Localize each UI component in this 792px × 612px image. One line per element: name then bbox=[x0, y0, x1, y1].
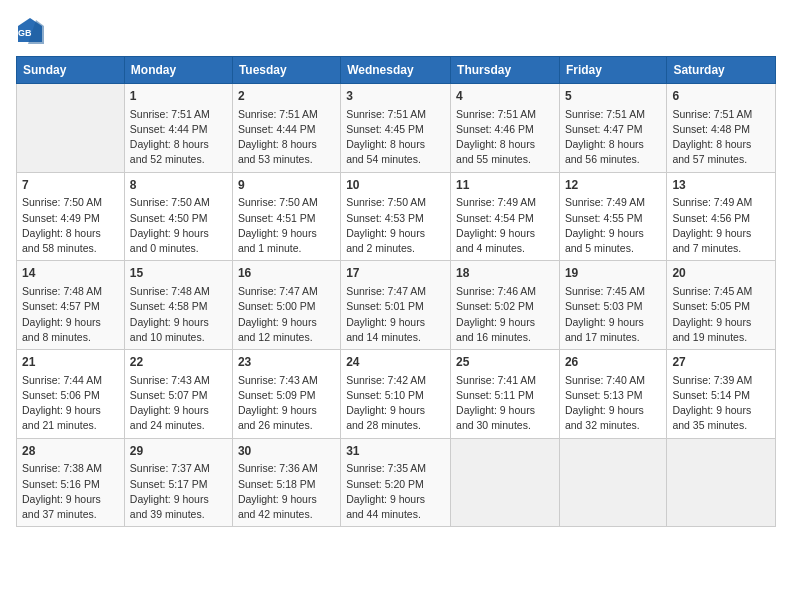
day-number: 12 bbox=[565, 177, 661, 194]
day-cell: 25Sunrise: 7:41 AM Sunset: 5:11 PM Dayli… bbox=[451, 350, 560, 439]
day-info: Sunrise: 7:48 AM Sunset: 4:58 PM Dayligh… bbox=[130, 284, 227, 345]
day-cell: 3Sunrise: 7:51 AM Sunset: 4:45 PM Daylig… bbox=[341, 84, 451, 173]
day-cell: 7Sunrise: 7:50 AM Sunset: 4:49 PM Daylig… bbox=[17, 172, 125, 261]
week-row-4: 21Sunrise: 7:44 AM Sunset: 5:06 PM Dayli… bbox=[17, 350, 776, 439]
calendar-table: SundayMondayTuesdayWednesdayThursdayFrid… bbox=[16, 56, 776, 527]
day-info: Sunrise: 7:43 AM Sunset: 5:09 PM Dayligh… bbox=[238, 373, 335, 434]
day-info: Sunrise: 7:51 AM Sunset: 4:48 PM Dayligh… bbox=[672, 107, 770, 168]
day-cell: 14Sunrise: 7:48 AM Sunset: 4:57 PM Dayli… bbox=[17, 261, 125, 350]
day-cell bbox=[667, 438, 776, 527]
svg-text:GB: GB bbox=[18, 28, 32, 38]
day-number: 5 bbox=[565, 88, 661, 105]
day-number: 25 bbox=[456, 354, 554, 371]
day-cell: 2Sunrise: 7:51 AM Sunset: 4:44 PM Daylig… bbox=[232, 84, 340, 173]
header-row: SundayMondayTuesdayWednesdayThursdayFrid… bbox=[17, 57, 776, 84]
day-info: Sunrise: 7:51 AM Sunset: 4:46 PM Dayligh… bbox=[456, 107, 554, 168]
day-number: 10 bbox=[346, 177, 445, 194]
day-cell bbox=[451, 438, 560, 527]
day-cell: 5Sunrise: 7:51 AM Sunset: 4:47 PM Daylig… bbox=[559, 84, 666, 173]
day-number: 27 bbox=[672, 354, 770, 371]
day-cell: 11Sunrise: 7:49 AM Sunset: 4:54 PM Dayli… bbox=[451, 172, 560, 261]
day-number: 19 bbox=[565, 265, 661, 282]
day-info: Sunrise: 7:35 AM Sunset: 5:20 PM Dayligh… bbox=[346, 461, 445, 522]
week-row-3: 14Sunrise: 7:48 AM Sunset: 4:57 PM Dayli… bbox=[17, 261, 776, 350]
day-number: 18 bbox=[456, 265, 554, 282]
day-number: 29 bbox=[130, 443, 227, 460]
day-number: 24 bbox=[346, 354, 445, 371]
day-info: Sunrise: 7:49 AM Sunset: 4:54 PM Dayligh… bbox=[456, 195, 554, 256]
day-number: 31 bbox=[346, 443, 445, 460]
day-number: 9 bbox=[238, 177, 335, 194]
logo-icon: GB bbox=[16, 16, 44, 44]
day-cell: 10Sunrise: 7:50 AM Sunset: 4:53 PM Dayli… bbox=[341, 172, 451, 261]
day-number: 15 bbox=[130, 265, 227, 282]
day-cell: 13Sunrise: 7:49 AM Sunset: 4:56 PM Dayli… bbox=[667, 172, 776, 261]
day-cell: 17Sunrise: 7:47 AM Sunset: 5:01 PM Dayli… bbox=[341, 261, 451, 350]
day-number: 16 bbox=[238, 265, 335, 282]
day-number: 17 bbox=[346, 265, 445, 282]
day-number: 14 bbox=[22, 265, 119, 282]
day-number: 13 bbox=[672, 177, 770, 194]
day-number: 6 bbox=[672, 88, 770, 105]
header-cell-tuesday: Tuesday bbox=[232, 57, 340, 84]
week-row-2: 7Sunrise: 7:50 AM Sunset: 4:49 PM Daylig… bbox=[17, 172, 776, 261]
day-number: 23 bbox=[238, 354, 335, 371]
day-info: Sunrise: 7:37 AM Sunset: 5:17 PM Dayligh… bbox=[130, 461, 227, 522]
day-number: 2 bbox=[238, 88, 335, 105]
day-number: 28 bbox=[22, 443, 119, 460]
day-cell: 9Sunrise: 7:50 AM Sunset: 4:51 PM Daylig… bbox=[232, 172, 340, 261]
day-info: Sunrise: 7:51 AM Sunset: 4:44 PM Dayligh… bbox=[238, 107, 335, 168]
day-number: 8 bbox=[130, 177, 227, 194]
day-info: Sunrise: 7:44 AM Sunset: 5:06 PM Dayligh… bbox=[22, 373, 119, 434]
day-number: 20 bbox=[672, 265, 770, 282]
day-cell: 24Sunrise: 7:42 AM Sunset: 5:10 PM Dayli… bbox=[341, 350, 451, 439]
header-cell-thursday: Thursday bbox=[451, 57, 560, 84]
day-number: 1 bbox=[130, 88, 227, 105]
day-info: Sunrise: 7:51 AM Sunset: 4:44 PM Dayligh… bbox=[130, 107, 227, 168]
day-number: 26 bbox=[565, 354, 661, 371]
day-cell: 22Sunrise: 7:43 AM Sunset: 5:07 PM Dayli… bbox=[124, 350, 232, 439]
day-info: Sunrise: 7:41 AM Sunset: 5:11 PM Dayligh… bbox=[456, 373, 554, 434]
day-info: Sunrise: 7:42 AM Sunset: 5:10 PM Dayligh… bbox=[346, 373, 445, 434]
day-info: Sunrise: 7:50 AM Sunset: 4:50 PM Dayligh… bbox=[130, 195, 227, 256]
day-cell bbox=[17, 84, 125, 173]
day-info: Sunrise: 7:45 AM Sunset: 5:03 PM Dayligh… bbox=[565, 284, 661, 345]
day-cell: 23Sunrise: 7:43 AM Sunset: 5:09 PM Dayli… bbox=[232, 350, 340, 439]
day-number: 3 bbox=[346, 88, 445, 105]
day-info: Sunrise: 7:51 AM Sunset: 4:45 PM Dayligh… bbox=[346, 107, 445, 168]
day-cell bbox=[559, 438, 666, 527]
week-row-1: 1Sunrise: 7:51 AM Sunset: 4:44 PM Daylig… bbox=[17, 84, 776, 173]
day-cell: 31Sunrise: 7:35 AM Sunset: 5:20 PM Dayli… bbox=[341, 438, 451, 527]
day-number: 30 bbox=[238, 443, 335, 460]
day-number: 22 bbox=[130, 354, 227, 371]
day-cell: 19Sunrise: 7:45 AM Sunset: 5:03 PM Dayli… bbox=[559, 261, 666, 350]
day-info: Sunrise: 7:43 AM Sunset: 5:07 PM Dayligh… bbox=[130, 373, 227, 434]
day-cell: 20Sunrise: 7:45 AM Sunset: 5:05 PM Dayli… bbox=[667, 261, 776, 350]
day-info: Sunrise: 7:49 AM Sunset: 4:55 PM Dayligh… bbox=[565, 195, 661, 256]
header-cell-saturday: Saturday bbox=[667, 57, 776, 84]
day-info: Sunrise: 7:46 AM Sunset: 5:02 PM Dayligh… bbox=[456, 284, 554, 345]
page-header: GB bbox=[16, 16, 776, 44]
day-cell: 1Sunrise: 7:51 AM Sunset: 4:44 PM Daylig… bbox=[124, 84, 232, 173]
day-cell: 30Sunrise: 7:36 AM Sunset: 5:18 PM Dayli… bbox=[232, 438, 340, 527]
day-info: Sunrise: 7:47 AM Sunset: 5:01 PM Dayligh… bbox=[346, 284, 445, 345]
day-info: Sunrise: 7:38 AM Sunset: 5:16 PM Dayligh… bbox=[22, 461, 119, 522]
day-cell: 4Sunrise: 7:51 AM Sunset: 4:46 PM Daylig… bbox=[451, 84, 560, 173]
day-cell: 26Sunrise: 7:40 AM Sunset: 5:13 PM Dayli… bbox=[559, 350, 666, 439]
day-cell: 18Sunrise: 7:46 AM Sunset: 5:02 PM Dayli… bbox=[451, 261, 560, 350]
day-info: Sunrise: 7:50 AM Sunset: 4:49 PM Dayligh… bbox=[22, 195, 119, 256]
day-info: Sunrise: 7:50 AM Sunset: 4:51 PM Dayligh… bbox=[238, 195, 335, 256]
day-info: Sunrise: 7:47 AM Sunset: 5:00 PM Dayligh… bbox=[238, 284, 335, 345]
day-number: 4 bbox=[456, 88, 554, 105]
header-cell-friday: Friday bbox=[559, 57, 666, 84]
week-row-5: 28Sunrise: 7:38 AM Sunset: 5:16 PM Dayli… bbox=[17, 438, 776, 527]
header-cell-monday: Monday bbox=[124, 57, 232, 84]
day-info: Sunrise: 7:39 AM Sunset: 5:14 PM Dayligh… bbox=[672, 373, 770, 434]
day-info: Sunrise: 7:51 AM Sunset: 4:47 PM Dayligh… bbox=[565, 107, 661, 168]
day-info: Sunrise: 7:36 AM Sunset: 5:18 PM Dayligh… bbox=[238, 461, 335, 522]
day-cell: 12Sunrise: 7:49 AM Sunset: 4:55 PM Dayli… bbox=[559, 172, 666, 261]
day-info: Sunrise: 7:45 AM Sunset: 5:05 PM Dayligh… bbox=[672, 284, 770, 345]
day-cell: 15Sunrise: 7:48 AM Sunset: 4:58 PM Dayli… bbox=[124, 261, 232, 350]
day-info: Sunrise: 7:50 AM Sunset: 4:53 PM Dayligh… bbox=[346, 195, 445, 256]
day-info: Sunrise: 7:48 AM Sunset: 4:57 PM Dayligh… bbox=[22, 284, 119, 345]
